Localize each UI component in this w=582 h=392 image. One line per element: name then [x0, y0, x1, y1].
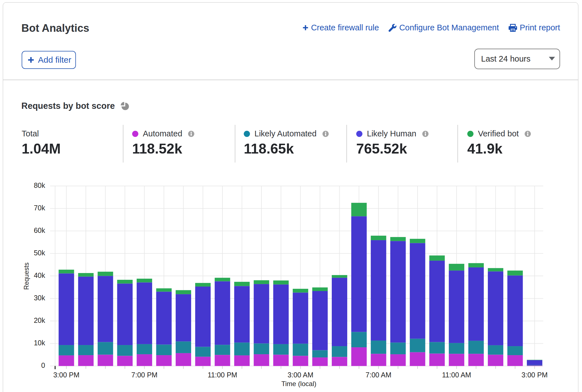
svg-text:3:00 PM: 3:00 PM: [522, 371, 548, 379]
svg-text:70k: 70k: [34, 204, 45, 212]
svg-text:50k: 50k: [34, 249, 45, 257]
svg-text:60k: 60k: [34, 226, 45, 234]
svg-text:Time (local): Time (local): [281, 380, 316, 388]
svg-text:0: 0: [41, 361, 45, 369]
svg-text:40k: 40k: [34, 271, 45, 279]
svg-text:11:00 AM: 11:00 AM: [442, 371, 471, 379]
svg-text:30k: 30k: [34, 294, 45, 302]
svg-text:10k: 10k: [34, 339, 45, 347]
svg-text:3:00 AM: 3:00 AM: [288, 371, 313, 379]
svg-text:Requests: Requests: [23, 262, 30, 290]
svg-text:20k: 20k: [34, 316, 45, 324]
svg-text:3:00 PM: 3:00 PM: [53, 371, 79, 379]
svg-text:80k: 80k: [34, 181, 45, 189]
svg-text:11:00 PM: 11:00 PM: [208, 371, 237, 379]
svg-text:7:00 AM: 7:00 AM: [366, 371, 391, 379]
svg-text:7:00 PM: 7:00 PM: [131, 371, 157, 379]
